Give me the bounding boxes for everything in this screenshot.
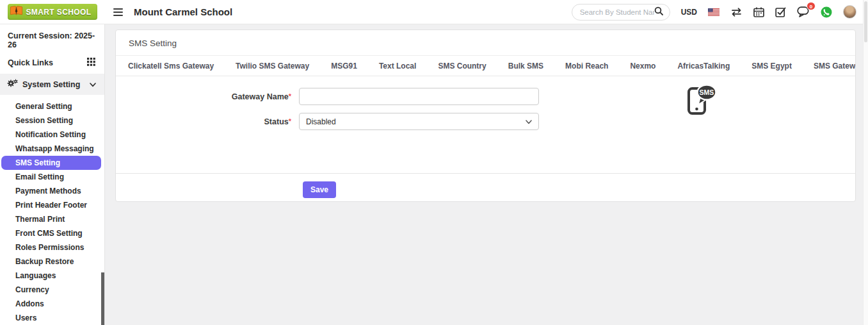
sidebar-item-currency[interactable]: Currency — [0, 283, 104, 297]
sidebar-item-addons[interactable]: Addons — [0, 297, 104, 311]
sidebar-item-thermal-print[interactable]: Thermal Print — [0, 212, 104, 226]
task-check-icon[interactable] — [775, 7, 786, 17]
logo-text: SMART SCHOOL — [26, 8, 91, 17]
status-select[interactable]: Disabled — [299, 113, 539, 130]
tab-nexmo[interactable]: Nexmo — [619, 56, 666, 76]
status-selected-value: Disabled — [306, 117, 336, 126]
search-input[interactable] — [580, 8, 654, 16]
main-content: SMS Setting Clickatell Sms Gateway Twili… — [105, 24, 868, 325]
tab-sms-country[interactable]: SMS Country — [427, 56, 497, 76]
select-chevron-down-icon — [526, 117, 532, 126]
tab-sms-egypt[interactable]: SMS Egypt — [741, 56, 803, 76]
top-bar: SMART SCHOOL Mount Carmel School USD — [0, 0, 868, 24]
gears-icon — [7, 79, 18, 90]
sidebar-item-payment-methods[interactable]: Payment Methods — [0, 184, 104, 198]
whatsapp-icon[interactable] — [821, 6, 832, 18]
sidebar-item-roles-permissions[interactable]: Roles Permissions — [0, 240, 104, 254]
page-title: Mount Carmel School — [134, 6, 232, 17]
hamburger-menu-icon[interactable] — [113, 6, 123, 18]
us-flag-icon[interactable] — [708, 8, 719, 16]
sidebar-scrollbar[interactable] — [101, 272, 104, 325]
current-session: Current Session: 2025-26 — [0, 24, 104, 52]
sidebar-item-languages[interactable]: Languages — [0, 269, 104, 283]
smart-school-logo: SMART SCHOOL — [8, 4, 97, 20]
currency-selector[interactable]: USD — [681, 8, 697, 17]
messages-icon[interactable]: 0 — [797, 6, 810, 17]
sidebar-item-sms-setting[interactable]: SMS Setting — [1, 156, 101, 170]
sidebar-item-general-setting[interactable]: General Setting — [0, 99, 104, 113]
sidebar-item-print-header-footer[interactable]: Print Header Footer — [0, 198, 104, 212]
sidebar-section-system-setting[interactable]: System Setting — [0, 74, 104, 95]
sidebar: Current Session: 2025-26 Quick Links — [0, 24, 105, 325]
sms-phone-icon: SMS — [682, 80, 719, 120]
tab-mobi-reach[interactable]: Mobi Reach — [554, 56, 619, 76]
tab-sms-gateway-hub[interactable]: SMS Gateway Hub — [803, 56, 856, 76]
svg-text:SMS: SMS — [700, 88, 714, 96]
student-search — [572, 4, 670, 21]
gateway-name-label: Gateway Name* — [116, 92, 299, 101]
sidebar-item-whatsapp-messaging[interactable]: Whatsapp Messaging — [0, 142, 104, 156]
grid-icon — [87, 58, 95, 68]
tab-twilio-sms-gateway[interactable]: Twilio SMS Gateway — [225, 56, 320, 76]
sidebar-item-notification-setting[interactable]: Notification Setting — [0, 128, 104, 142]
tab-clickatell-sms-gateway[interactable]: Clickatell Sms Gateway — [117, 56, 225, 76]
calendar-icon[interactable] — [753, 7, 764, 17]
logo-area: SMART SCHOOL — [0, 4, 105, 20]
sidebar-item-backup-restore[interactable]: Backup Restore — [0, 254, 104, 269]
quick-links[interactable]: Quick Links — [0, 52, 104, 74]
gateway-name-input[interactable] — [299, 88, 539, 105]
sidebar-section-label: System Setting — [22, 80, 80, 89]
tab-msg91[interactable]: MSG91 — [320, 56, 368, 76]
sms-setting-card: SMS Setting Clickatell Sms Gateway Twili… — [115, 29, 856, 202]
search-icon[interactable] — [654, 6, 663, 18]
page-scrollbar[interactable] — [863, 0, 868, 325]
gateway-tabs: Clickatell Sms Gateway Twilio SMS Gatewa… — [116, 56, 855, 76]
tab-bulk-sms[interactable]: Bulk SMS — [497, 56, 554, 76]
gateway-form: Gateway Name* Status* Disabled — [116, 76, 855, 173]
sidebar-nav: General Setting Session Setting Notifica… — [0, 95, 104, 325]
sidebar-item-session-setting[interactable]: Session Setting — [0, 113, 104, 128]
status-label: Status* — [116, 117, 299, 126]
card-title: SMS Setting — [116, 30, 855, 56]
chat-badge: 0 — [807, 2, 816, 10]
required-marker: * — [289, 117, 291, 125]
topbar-actions: USD — [572, 4, 868, 21]
tab-africastalking[interactable]: AfricasTalking — [666, 56, 741, 76]
swap-arrows-icon[interactable] — [730, 8, 743, 17]
sidebar-item-users[interactable]: Users — [0, 311, 104, 325]
tab-text-local[interactable]: Text Local — [368, 56, 427, 76]
book-pen-icon — [10, 5, 23, 19]
save-button[interactable]: Save — [303, 181, 336, 198]
sidebar-item-front-cms-setting[interactable]: Front CMS Setting — [0, 226, 104, 240]
sidebar-item-email-setting[interactable]: Email Setting — [0, 170, 104, 184]
page-scrollbar-thumb[interactable] — [864, 1, 867, 42]
card-footer: Save — [116, 173, 855, 198]
required-marker: * — [289, 92, 291, 100]
chevron-down-icon — [90, 80, 96, 89]
user-avatar[interactable] — [843, 5, 856, 19]
